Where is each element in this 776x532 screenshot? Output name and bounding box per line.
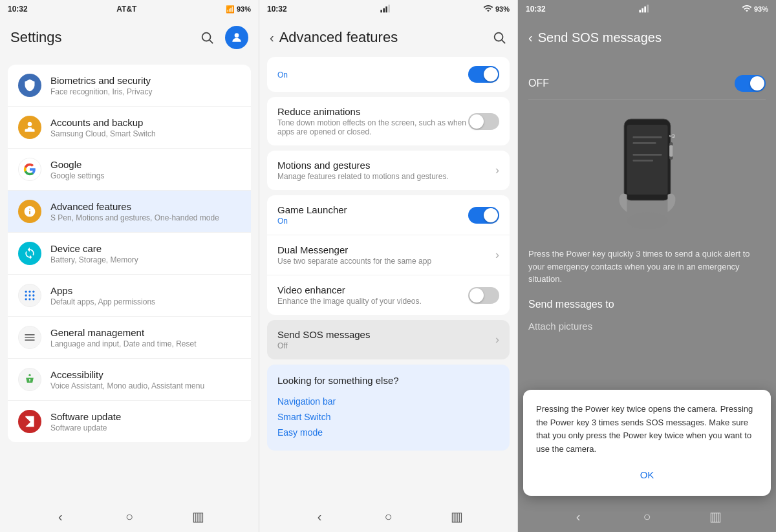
biometrics-text: Biometrics and security Face recognition… [50, 75, 241, 96]
back-btn-3[interactable]: ‹ [565, 504, 591, 529]
svg-rect-14 [383, 8, 385, 13]
adv-item-motions[interactable]: Motions and gestures Manage features rel… [267, 151, 510, 190]
adv-item-reduce-animations[interactable]: Reduce animations Tone down motion effec… [267, 97, 510, 145]
svg-point-6 [25, 294, 27, 296]
chevron-right-icon-dual: › [495, 248, 499, 262]
status-bar-2: 10:32 93% [259, 0, 517, 18]
looking-title: Looking for something else? [277, 375, 499, 386]
adv-item-dual-messenger[interactable]: Dual Messenger Use two separate accounts… [267, 235, 510, 275]
easy-mode-link[interactable]: Easy mode [277, 425, 499, 440]
status-right-2: 93% [483, 3, 510, 15]
header-icons [199, 26, 248, 49]
dialog-ok-button[interactable]: OK [536, 467, 758, 483]
nav-bar-3: ‹ ○ ▥ [518, 501, 776, 532]
apps-title: Apps [50, 285, 241, 296]
svg-rect-13 [381, 10, 383, 12]
battery-2: 93% [495, 5, 510, 13]
softwareupdate-text: Software update Software update [50, 411, 241, 432]
apps-icon [18, 284, 41, 307]
svg-point-10 [28, 298, 30, 300]
sos-dialog: Pressing the Power key twice opens the c… [523, 390, 771, 496]
advanced-subtitle: S Pen, Motions and gestures, One-handed … [50, 213, 241, 222]
settings-list: Biometrics and security Face recognition… [0, 57, 259, 501]
svg-point-2 [235, 33, 239, 37]
accounts-text: Accounts and backup Samsung Cloud, Smart… [50, 117, 241, 138]
svg-point-4 [28, 291, 30, 293]
svg-point-5 [32, 291, 34, 293]
adv-item-game-launcher[interactable]: Game Launcher On [267, 195, 510, 235]
adv-item-sos[interactable]: Send SOS messages Off › [267, 320, 510, 359]
video-enhancer-knob [469, 288, 484, 303]
settings-item-accessibility[interactable]: Accessibility Voice Assistant, Mono audi… [8, 359, 251, 401]
reduce-animations-text: Reduce animations Tone down motion effec… [277, 106, 468, 136]
search-icon[interactable] [199, 30, 215, 45]
search-icon-2[interactable] [491, 30, 507, 45]
dialog-overlay: Pressing the Power key twice opens the c… [518, 0, 776, 501]
recent-btn-1[interactable]: ▥ [186, 504, 211, 529]
status-bar-1: 10:32 AT&T 📶 93% [0, 0, 259, 18]
recent-btn-3[interactable]: ▥ [703, 504, 729, 529]
game-launcher-toggle[interactable] [468, 207, 499, 224]
panel-sos: 10:32 93% ‹ Send SOS messages OFF [517, 0, 776, 532]
accessibility-icon [18, 368, 41, 391]
motions-title: Motions and gestures [277, 160, 495, 171]
settings-item-accounts[interactable]: Accounts and backup Samsung Cloud, Smart… [8, 107, 251, 149]
back-icon-2[interactable]: ‹ [270, 30, 274, 45]
advanced-list: On Reduce animations Tone down motion ef… [259, 57, 517, 501]
devicecare-subtitle: Battery, Storage, Memory [50, 255, 241, 264]
sos-title: Send SOS messages [277, 329, 495, 340]
biometrics-title: Biometrics and security [50, 75, 241, 86]
status-time-1: 10:32 [8, 5, 28, 14]
home-btn-2[interactable]: ○ [375, 504, 401, 529]
softwareupdate-title: Software update [50, 411, 241, 422]
general-subtitle: Language and input, Date and time, Reset [50, 339, 241, 348]
motions-text: Motions and gestures Manage features rel… [277, 160, 495, 181]
game-launcher-text: Game Launcher On [277, 204, 468, 226]
devicecare-icon [18, 242, 41, 265]
google-icon [18, 158, 41, 181]
advanced-icon [18, 200, 41, 223]
smart-switch-link[interactable]: Smart Switch [277, 409, 499, 425]
partial-on-label: On [277, 70, 468, 80]
svg-line-18 [502, 40, 505, 43]
settings-item-apps[interactable]: Apps Default apps, App permissions [8, 275, 251, 317]
reduce-animations-subtitle: Tone down motion effects on the screen, … [277, 118, 468, 136]
settings-item-softwareupdate[interactable]: Software update Software update [8, 401, 251, 442]
settings-item-advanced[interactable]: Advanced features S Pen, Motions and ges… [8, 191, 251, 233]
settings-card-main: Biometrics and security Face recognition… [8, 65, 251, 442]
settings-item-biometrics[interactable]: Biometrics and security Face recognition… [8, 65, 251, 107]
accounts-title: Accounts and backup [50, 117, 241, 128]
game-launcher-title: Game Launcher [277, 204, 468, 215]
svg-point-3 [25, 291, 27, 293]
dual-messenger-text: Dual Messenger Use two separate accounts… [277, 244, 495, 266]
accessibility-title: Accessibility [50, 369, 241, 380]
advanced-title: Advanced features [50, 201, 241, 212]
svg-point-9 [25, 298, 27, 300]
nav-bar-1: ‹ ○ ▥ [0, 501, 259, 532]
adv-item-video-enhancer[interactable]: Video enhancer Enhance the image quality… [267, 275, 510, 315]
back-btn-1[interactable]: ‹ [47, 504, 73, 529]
partial-toggle[interactable] [468, 66, 499, 83]
nav-bar-link[interactable]: Navigation bar [277, 394, 499, 409]
back-btn-2[interactable]: ‹ [307, 504, 332, 529]
home-btn-1[interactable]: ○ [116, 504, 142, 529]
dual-messenger-title: Dual Messenger [277, 244, 495, 255]
reduce-animations-toggle[interactable] [468, 113, 499, 130]
dialog-text: Pressing the Power key twice opens the c… [536, 403, 758, 456]
svg-rect-16 [389, 5, 391, 12]
partial-item[interactable]: On [267, 57, 510, 92]
video-enhancer-title: Video enhancer [277, 284, 468, 295]
dual-messenger-subtitle: Use two separate accounts for the same a… [277, 257, 495, 266]
recent-btn-2[interactable]: ▥ [444, 504, 470, 529]
softwareupdate-icon [18, 410, 41, 433]
panel-settings: 10:32 AT&T 📶 93% Settings [0, 0, 259, 532]
chevron-right-icon-motions: › [495, 164, 499, 177]
settings-item-devicecare[interactable]: Device care Battery, Storage, Memory [8, 233, 251, 275]
reduce-animations-title: Reduce animations [277, 106, 468, 117]
home-btn-3[interactable]: ○ [634, 504, 660, 529]
settings-item-general[interactable]: General management Language and input, D… [8, 317, 251, 359]
avatar-icon[interactable] [225, 26, 248, 49]
video-enhancer-toggle[interactable] [468, 287, 499, 304]
settings-item-google[interactable]: Google Google settings [8, 149, 251, 191]
biometrics-subtitle: Face recognition, Iris, Privacy [50, 87, 241, 96]
